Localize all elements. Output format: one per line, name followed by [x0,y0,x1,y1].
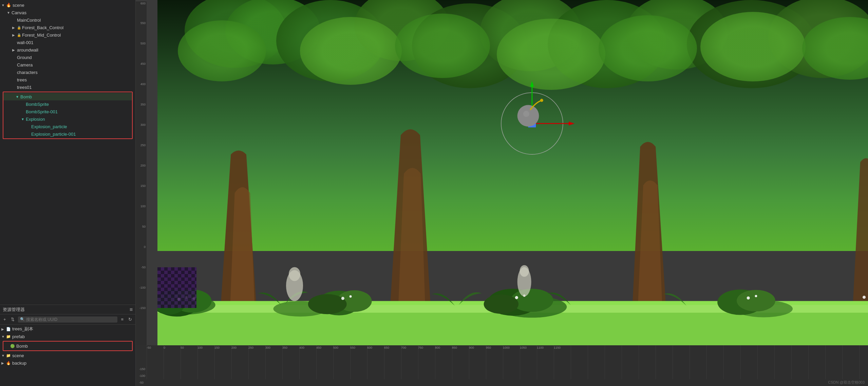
hierarchy-item-trees01[interactable]: trees01 [0,83,135,91]
hierarchy-item-bomb[interactable]: ▼ Bomb [3,93,132,100]
svg-point-41 [540,99,543,102]
ruler-mark-100: 100 [140,205,146,208]
hierarchy-item-canvas[interactable]: ▼ Canvas [0,9,135,16]
camera-label: Camera [17,62,134,67]
svg-point-32 [520,265,529,277]
svg-point-25 [747,296,750,300]
characters-label: characters [17,70,134,75]
watermark: CSDN @双击空格003 [828,380,865,385]
left-panel: ▼ 🔥 scene ▼ Canvas MainControl ▶ 🔒 Fores… [0,0,136,386]
arrow-canvas: ▼ [7,11,12,15]
hierarchy-item-bombsprite[interactable]: BombSprite [3,100,132,108]
arrow-forest-back: ▶ [12,26,17,30]
ruler-mark-600: 600 [140,2,146,5]
assets-title: 资源管理器 [3,307,25,313]
hierarchy-item-maincontrol[interactable]: MainControl [0,16,135,24]
assets-refresh-button[interactable]: ↻ [127,316,133,323]
ruler-mark-350: 350 [140,103,146,106]
hierarchy-item-ground[interactable]: Ground [0,54,135,61]
hierarchy-item-trees[interactable]: trees [0,76,135,83]
ground-label: Ground [17,55,134,60]
arrow-scene-asset: ▼ [1,354,6,358]
assets-item-bomb[interactable]: 🟢 Bomb [3,342,132,350]
hierarchy-item-forest-mid[interactable]: ▶ 🔒 Forest_Mid_Control [0,31,135,39]
ruler-mark-450: 450 [140,62,146,65]
hierarchy-item-bombsprite001[interactable]: BombSprite-001 [3,108,132,115]
svg-point-14 [511,289,553,312]
forest-mid-label: Forest_Mid_Control [22,33,134,38]
explosion-label: Explosion [26,117,131,122]
lock-icon-forest-back: 🔒 [17,26,21,30]
assets-list-toggle[interactable]: ≡ [119,316,125,323]
assets-item-backup[interactable]: ▶ 🔥 backup [0,359,135,367]
ruler-500b: 500 [333,346,338,349]
ruler-mark-0: 0 [144,246,146,249]
assets-list: ▶ 📄 trees_副本 ▼ 📁 prefab 🟢 Bomb ▼ [0,325,135,386]
ruler-800b: 800 [435,346,440,349]
ruler-200b: 200 [231,346,237,349]
ruler-mark-400: 400 [140,83,146,86]
hierarchy-item-forest-back[interactable]: ▶ 🔒 Forest_Back_Control [0,24,135,31]
svg-point-21 [341,297,344,300]
svg-point-22 [350,295,352,298]
icon-backup: 🔥 [6,361,11,365]
ruler-0: 0 [164,346,165,349]
hierarchy-item-explosion-particle001[interactable]: Explosion_particle-001 [3,130,132,138]
hierarchy-item-scene[interactable]: ▼ 🔥 scene [0,1,135,9]
icon-scene-asset: 📁 [6,353,11,358]
ruler-left: 600 550 500 450 400 350 300 250 200 150 … [136,1,147,345]
hierarchy-item-aroundwall[interactable]: ▶ aroundwall [0,46,135,54]
hierarchy-item-explosion[interactable]: ▼ Explosion [3,115,132,123]
assets-item-prefab[interactable]: ▼ 📁 prefab [0,333,135,340]
arrow-scene: ▼ [1,3,6,7]
ruler-neg50-bottom: -50 [139,381,144,384]
ruler-1000b: 1000 [503,346,510,349]
assets-menu-icon[interactable]: ≡ [130,307,133,312]
prefab-label: prefab [12,334,134,339]
assets-search-box: 🔍 [18,316,118,323]
bomb-hierarchy-group: ▼ Bomb BombSprite BombSprite-001 [3,92,133,139]
arrow-explosion: ▼ [21,117,26,121]
ruler-mark-150: 150 [140,185,146,188]
ruler-mark-neg100: -100 [139,286,146,289]
ruler-mark-200: 200 [140,164,146,167]
search-input[interactable] [26,317,116,322]
trees-label: trees [17,77,134,82]
arrow-aroundwall: ▶ [12,48,17,52]
backup-label: backup [12,361,134,366]
ruler-750b: 750 [418,346,423,349]
forest-svg [157,0,868,386]
checker-pattern [157,267,196,308]
arrow-trees-copy: ▶ [1,327,6,331]
search-icon: 🔍 [20,317,25,322]
ruler-mark-550: 550 [140,22,146,25]
scene-label: scene [13,3,134,8]
ruler-300b: 300 [265,346,270,349]
ruler-mark-50: 50 [142,225,146,228]
assets-item-trees-copy[interactable]: ▶ 📄 trees_副本 [0,325,135,333]
scene-content [147,0,868,386]
hierarchy-item-characters[interactable]: characters [0,69,135,76]
icon-prefab: 📁 [6,334,11,339]
bomb-label: Bomb [20,94,131,99]
hierarchy-item-wall001[interactable]: wall-001 [0,39,135,46]
hierarchy-item-explosion-particle[interactable]: Explosion_particle [3,123,132,130]
ruler-100b: 100 [197,346,203,349]
bombsprite001-label: BombSprite-001 [26,109,131,114]
arrow-backup: ▶ [1,361,6,365]
ruler-850b: 850 [452,346,457,349]
ruler-neg50: -50 [147,346,151,349]
ruler-700b: 700 [401,346,406,349]
viewport[interactable]: 600 550 500 450 400 350 300 250 200 150 … [136,0,868,386]
ruler-600b: 600 [367,346,372,349]
ruler-50b: 50 [181,346,184,349]
hierarchy-item-camera[interactable]: Camera [0,61,135,69]
ruler-650b: 650 [384,346,389,349]
assets-sort-button[interactable]: ⇅ [10,316,16,323]
assets-item-scene[interactable]: ▼ 📁 scene [0,352,135,359]
ruler-350b: 350 [282,346,287,349]
svg-point-30 [289,267,300,281]
assets-add-button[interactable]: + [2,316,7,323]
svg-marker-35 [530,81,534,87]
ruler-neg100-bottom: -100 [139,374,145,378]
